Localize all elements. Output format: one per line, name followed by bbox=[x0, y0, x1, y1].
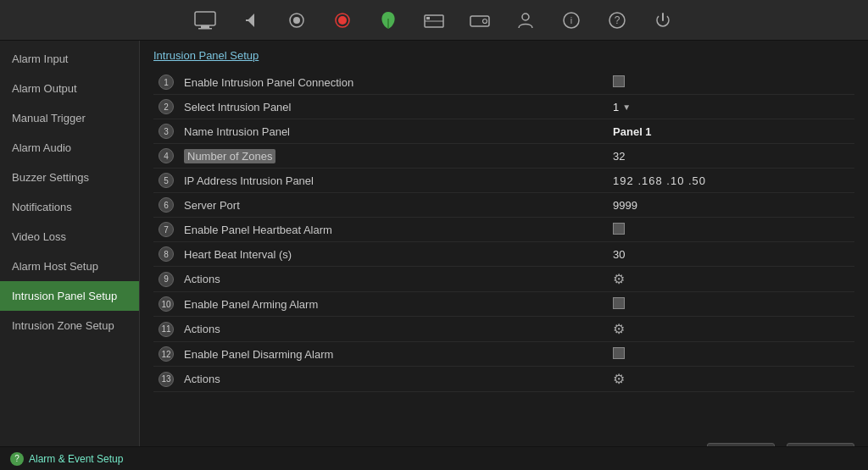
row-label: Actions bbox=[179, 367, 608, 392]
row-number: 10 bbox=[159, 296, 174, 312]
sidebar-item-intrusion-zone-setup[interactable]: Intrusion Zone Setup bbox=[0, 311, 139, 340]
row-number: 12 bbox=[159, 346, 174, 362]
table-row: 8 Heart Beat Interval (s) 30 bbox=[153, 242, 854, 267]
sidebar-item-alarm-input[interactable]: Alarm Input bbox=[0, 44, 139, 74]
page-title: Intrusion Panel Setup bbox=[153, 49, 854, 62]
sidebar-item-manual-trigger[interactable]: Manual Trigger bbox=[0, 103, 139, 133]
row-number: 1 bbox=[159, 75, 174, 90]
select-panel-value: 1 bbox=[613, 101, 619, 113]
arming-alarm-checkbox[interactable] bbox=[613, 297, 625, 309]
exit-button[interactable]: Exit bbox=[787, 443, 854, 446]
svg-rect-4 bbox=[246, 19, 248, 21]
row-value bbox=[608, 342, 854, 367]
row-label: Server Port bbox=[179, 193, 608, 218]
row-number: 9 bbox=[159, 272, 174, 287]
heartbeat-alarm-checkbox[interactable] bbox=[613, 223, 625, 235]
row-number: 2 bbox=[159, 99, 174, 114]
dvr-icon[interactable] bbox=[419, 5, 449, 36]
table-row: 9 Actions ⚙ bbox=[153, 267, 854, 292]
row-label: Actions bbox=[179, 267, 608, 292]
top-nav: i ? bbox=[0, 0, 868, 41]
sidebar-item-notifications[interactable]: Notifications bbox=[0, 192, 139, 222]
table-row: 3 Name Intrusion Panel Panel 1 bbox=[153, 119, 854, 144]
num-zones-label: Number of Zones bbox=[184, 149, 275, 163]
table-row: 6 Server Port 9999 bbox=[153, 193, 854, 218]
monitor-icon[interactable] bbox=[190, 5, 220, 36]
server-port-value: 9999 bbox=[613, 199, 637, 212]
svg-point-8 bbox=[338, 16, 347, 25]
table-row: 4 Number of Zones 32 bbox=[153, 144, 854, 169]
table-row: 7 Enable Panel Heartbeat Alarm bbox=[153, 218, 854, 242]
row-number: 6 bbox=[159, 197, 174, 213]
action-buttons-area: Apply Exit bbox=[153, 434, 854, 446]
svg-rect-12 bbox=[426, 17, 430, 19]
sidebar-item-alarm-output[interactable]: Alarm Output bbox=[0, 74, 139, 103]
record-icon[interactable] bbox=[327, 5, 358, 36]
row-number: 5 bbox=[159, 173, 174, 188]
actions-gear-icon-2[interactable]: ⚙ bbox=[613, 322, 625, 336]
row-value: 192 .168 .10 .50 bbox=[608, 169, 854, 193]
svg-rect-13 bbox=[470, 16, 489, 26]
table-row: 13 Actions ⚙ bbox=[153, 367, 854, 392]
table-row: 1 Enable Intrusion Panel Connection bbox=[153, 70, 854, 95]
main-area: Alarm Input Alarm Output Manual Trigger … bbox=[0, 41, 868, 446]
row-label: IP Address Intrusion Panel bbox=[179, 169, 608, 193]
svg-text:?: ? bbox=[615, 14, 620, 26]
svg-text:i: i bbox=[570, 15, 572, 25]
dropdown-arrow[interactable]: ▼ bbox=[622, 102, 631, 112]
row-label: Enable Panel Arming Alarm bbox=[179, 292, 608, 317]
sidebar-item-intrusion-panel-setup[interactable]: Intrusion Panel Setup bbox=[0, 281, 139, 311]
sidebar-item-buzzer-settings[interactable]: Buzzer Settings bbox=[0, 163, 139, 192]
table-row: 11 Actions ⚙ bbox=[153, 317, 854, 342]
user-icon[interactable] bbox=[510, 5, 541, 36]
bottom-status-icon: ? bbox=[10, 452, 24, 466]
content-panel: Intrusion Panel Setup 1 Enable Intrusion… bbox=[140, 41, 868, 446]
num-zones-value: 32 bbox=[613, 150, 625, 163]
row-value bbox=[608, 218, 854, 242]
row-label: Number of Zones bbox=[179, 144, 608, 169]
table-row: 2 Select Intrusion Panel 1 ▼ bbox=[153, 95, 854, 119]
row-label: Enable Intrusion Panel Connection bbox=[179, 70, 608, 95]
sidebar-item-video-loss[interactable]: Video Loss bbox=[0, 222, 139, 252]
row-number: 13 bbox=[159, 372, 174, 387]
row-value: ⚙ bbox=[608, 317, 854, 342]
table-row: 10 Enable Panel Arming Alarm bbox=[153, 292, 854, 317]
ip-address-value: 192 .168 .10 .50 bbox=[613, 174, 706, 187]
apply-button[interactable]: Apply bbox=[707, 443, 775, 446]
camera2-icon[interactable] bbox=[281, 5, 312, 36]
actions-gear-icon-3[interactable]: ⚙ bbox=[613, 372, 625, 386]
row-label: Name Intrusion Panel bbox=[179, 119, 608, 144]
enable-panel-connection-checkbox[interactable] bbox=[613, 75, 625, 87]
bottom-bar-text: Alarm & Event Setup bbox=[29, 453, 123, 465]
row-value: 32 bbox=[608, 144, 854, 169]
actions-gear-icon-1[interactable]: ⚙ bbox=[613, 272, 625, 286]
hdd-icon[interactable] bbox=[465, 5, 495, 36]
bottom-bar: ? Alarm & Event Setup bbox=[0, 446, 868, 470]
disarming-alarm-checkbox[interactable] bbox=[613, 347, 625, 359]
sidebar-item-alarm-audio[interactable]: Alarm Audio bbox=[0, 133, 139, 163]
row-label: Actions bbox=[179, 317, 608, 342]
row-label: Heart Beat Interval (s) bbox=[179, 242, 608, 267]
svg-rect-2 bbox=[198, 28, 212, 30]
row-label: Enable Panel Disarming Alarm bbox=[179, 342, 608, 367]
settings-table: 1 Enable Intrusion Panel Connection 2 Se… bbox=[153, 70, 854, 392]
svg-point-6 bbox=[293, 17, 300, 24]
sidebar: Alarm Input Alarm Output Manual Trigger … bbox=[0, 41, 140, 446]
back-icon[interactable] bbox=[236, 5, 266, 36]
panel-name-value: Panel 1 bbox=[613, 125, 652, 138]
svg-rect-0 bbox=[195, 12, 215, 25]
leaf-icon[interactable] bbox=[373, 5, 403, 36]
sidebar-item-alarm-host-setup[interactable]: Alarm Host Setup bbox=[0, 252, 139, 281]
svg-marker-3 bbox=[248, 14, 254, 27]
row-value: 1 ▼ bbox=[608, 95, 854, 119]
row-label: Select Intrusion Panel bbox=[179, 95, 608, 119]
row-value: 30 bbox=[608, 242, 854, 267]
table-row: 5 IP Address Intrusion Panel 192 .168 .1… bbox=[153, 169, 854, 193]
heartbeat-interval-value: 30 bbox=[613, 248, 625, 261]
row-value: 9999 bbox=[608, 193, 854, 218]
power-icon[interactable] bbox=[648, 5, 678, 36]
svg-point-15 bbox=[522, 14, 529, 20]
info-icon[interactable]: i bbox=[556, 5, 587, 36]
help-icon[interactable]: ? bbox=[602, 5, 632, 36]
row-value bbox=[608, 70, 854, 95]
